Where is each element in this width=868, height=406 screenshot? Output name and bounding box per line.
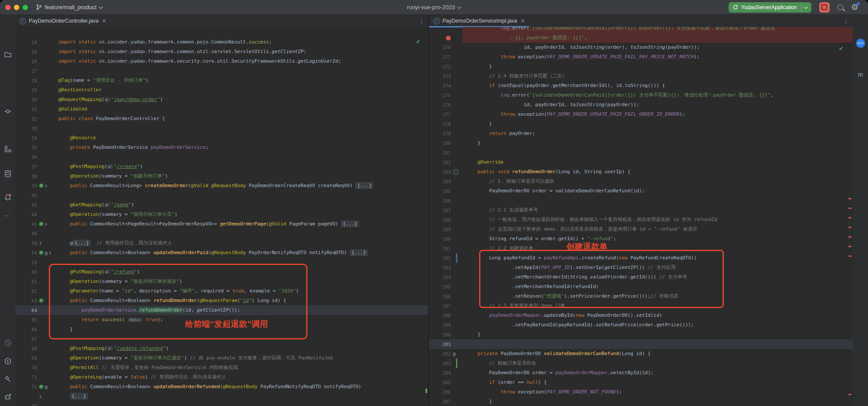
code-line[interactable]: 43 @GetMapping(⊕ˇ"/page") [15,200,428,210]
line-number[interactable]: 185 [429,188,453,194]
code-area-left[interactable]: 24import static cn.iocoder.yudao.framewo… [15,27,428,406]
gutter[interactable]: @ [453,352,463,356]
gutter[interactable]: ↑ [453,169,463,175]
line-number[interactable]: 204 [429,370,453,376]
line-number[interactable]: 192 [429,255,453,261]
folded-region[interactable]: {...} [350,249,368,256]
notifications-bell-icon[interactable] [3,193,12,202]
project-selector[interactable]: ruoyi-vue-pro-2023 [407,4,461,10]
line-number[interactable]: 187 [429,208,453,213]
line-number[interactable]: 61 [15,279,39,284]
zoom-window-button[interactable] [23,5,28,10]
annotated-icon[interactable]: @ [45,251,47,255]
close-window-button[interactable] [5,5,10,10]
line-number[interactable]: 190 [429,236,453,242]
code-line[interactable]: ❯ {...} [15,392,428,401]
tab-paydemoorderserviceimpl[interactable]: C PayDemoOrderServiceImpl.java ✕ [429,15,529,27]
endpoint-icon[interactable] [39,299,44,303]
code-line[interactable]: 176 id, payOrderId, toJsonString(payOrde… [429,100,853,110]
code-line[interactable]: 34 @Resource [15,133,428,143]
code-line[interactable]: 77 [15,401,428,406]
code-line[interactable]: 63 public CommonResult<Boolean> refundDe… [15,296,428,305]
code-line[interactable]: 173 // 2.4 校验支付订单匹配（二次） [429,71,853,81]
line-number[interactable]: 198 [429,313,453,318]
line-number[interactable]: 170 [429,45,453,50]
project-folder-icon[interactable] [3,50,12,59]
database-icon[interactable] [3,169,12,178]
code-line[interactable]: 200 } [429,330,853,339]
code-line[interactable]: 29@RestController [15,85,428,95]
line-number[interactable]: 33 [15,126,39,131]
line-number[interactable]: 186 [429,198,453,203]
code-line[interactable]: 26import static cn.iocoder.yudao.framewo… [15,57,428,66]
line-number[interactable]: 24 [15,40,39,45]
code-line[interactable]: 192 Long payRefundId = payRefundApi.crea… [429,253,853,263]
code-line[interactable]: 179 return payOrder; [429,129,853,138]
services-run-icon[interactable] [3,357,12,366]
code-line[interactable]: 49 [15,229,428,238]
line-number[interactable]: 27 [15,68,39,74]
gutter[interactable] [39,299,55,303]
line-number[interactable]: 205 [429,380,453,385]
line-number[interactable]: 60 [15,269,39,275]
line-number[interactable]: 172 [429,64,453,69]
build-hammer-icon[interactable] [3,375,12,383]
code-line[interactable]: 187 // 2.1 生成退款单号 [429,205,853,215]
line-number[interactable]: 184 [429,179,453,184]
tab-options-icon[interactable]: ⋮ [419,18,428,24]
code-line[interactable]: 186 [429,196,853,205]
code-line[interactable]: 66 } [15,325,428,334]
code-line[interactable]: log.error("[validateDemoOrderCanPaid][or… [429,27,853,33]
line-number[interactable]: 194 [429,275,453,280]
code-line[interactable]: 199 .setPayRefundId(payRefundId).setRefu… [429,320,853,330]
line-number[interactable]: 71 [15,375,39,380]
line-number[interactable]: 177 [429,112,453,117]
code-line[interactable]: 177 throw exception(PAY_DEMO_ORDER_UPDAT… [429,110,853,119]
breakpoint-dot[interactable] [429,35,453,40]
line-number[interactable]: 179 [429,131,453,136]
code-line[interactable]: 27 [15,66,428,76]
endpoint-icon[interactable] [39,385,44,389]
debug-bug-icon[interactable] [3,393,12,401]
more-tool-windows-icon[interactable]: ··· [4,211,12,219]
code-line[interactable]: 70 @PermitAll // 无需登录，安全由 PayDemoOrderSe… [15,363,428,372]
code-line[interactable]: 72@ public CommonResult<Boolean> updateD… [15,382,428,392]
endpoint-icon[interactable] [39,251,44,255]
code-line[interactable]: 31@Validated [15,104,428,114]
settings-gear-icon[interactable]: ⚙ [851,3,858,11]
code-line[interactable]: 198 payDemoOrderMapper.updateById(new Pa… [429,311,853,320]
line-number[interactable]: 54 [15,250,39,255]
structure-icon[interactable] [3,144,12,153]
code-line[interactable]: 197 // 2.3 更新退款单到 demo 订单 [429,301,853,311]
close-tab-icon[interactable]: ✕ [520,18,525,24]
annotated-icon[interactable]: @ [453,352,456,356]
fold-arrow-icon[interactable]: ❯ [45,184,47,188]
line-number[interactable]: 175 [429,93,453,98]
line-number[interactable]: 180 [429,141,453,146]
code-line[interactable]: 189 // 这里我们是个简单的 demo，所以没有售后维权表，直接使用订单 i… [429,225,853,234]
line-number[interactable]: 72 [15,384,39,389]
code-line[interactable]: 42 [15,191,428,200]
line-number[interactable]: 189 [429,227,453,232]
endpoint-icon[interactable] [39,222,44,226]
line-number[interactable]: 30 [15,97,39,102]
code-line[interactable]: 181 [429,148,853,158]
url-globe-inlay-icon[interactable]: ⊕ˇ [105,203,110,207]
code-line[interactable]: 180 } [429,138,853,148]
fold-arrow-icon[interactable]: ❯ [45,222,47,226]
line-number[interactable]: 26 [15,59,39,64]
minimize-window-button[interactable] [14,5,19,10]
code-line[interactable]: 68 @PostMapping(⊕ˇ"/update-refunded") [15,344,428,353]
line-number[interactable]: 66 [15,327,39,332]
code-line[interactable]: 62 @Parameter(name = "id", description =… [15,286,428,296]
line-number[interactable]: 181 [429,150,453,155]
code-line[interactable]: 170 id, payOrderId, toJsonString(order),… [429,43,853,52]
code-line[interactable]: 54@❯ public CommonResult<Boolean> update… [15,248,428,258]
code-line[interactable]: 184 // 1. 校验订单是否可以退款 [429,177,853,186]
code-line[interactable]: 36 [15,152,428,162]
line-number[interactable]: 193 [429,265,453,270]
ai-chat-icon[interactable]: </> [856,39,865,48]
line-number[interactable]: 43 [15,202,39,208]
code-line[interactable]: 39❯ public CommonResult<Long> createDemo… [15,181,428,191]
code-line[interactable]: 171 throw exception(PAY_DEMO_ORDER_UPDAT… [429,52,853,62]
